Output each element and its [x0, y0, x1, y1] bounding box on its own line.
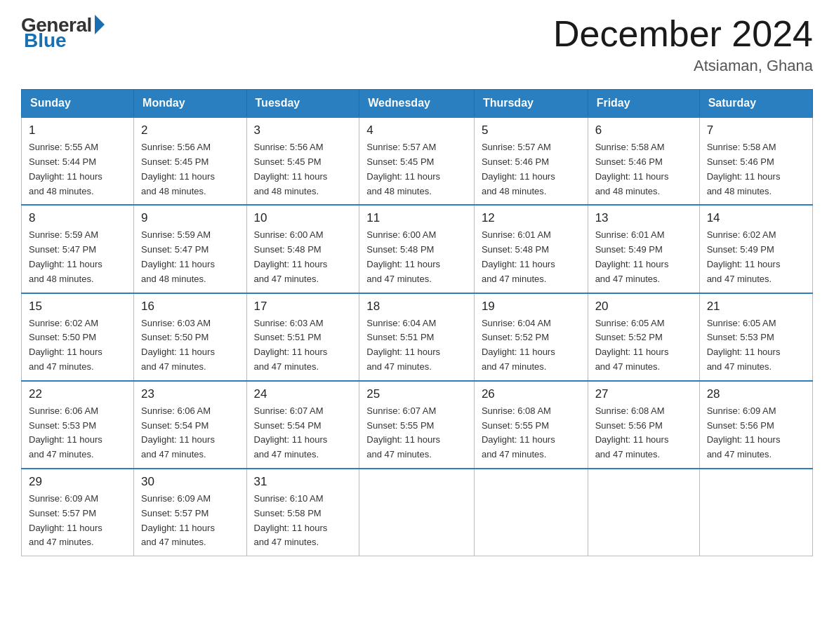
- day-info: Sunrise: 6:09 AMSunset: 5:57 PMDaylight:…: [141, 492, 239, 550]
- day-info: Sunrise: 6:07 AMSunset: 5:55 PMDaylight:…: [366, 404, 467, 462]
- day-number: 17: [254, 300, 352, 314]
- calendar-day-cell: 21 Sunrise: 6:05 AMSunset: 5:53 PMDaylig…: [699, 293, 812, 381]
- calendar-day-cell: 14 Sunrise: 6:02 AMSunset: 5:49 PMDaylig…: [699, 205, 812, 293]
- day-info: Sunrise: 6:03 AMSunset: 5:51 PMDaylight:…: [254, 316, 352, 375]
- day-info: Sunrise: 6:10 AMSunset: 5:58 PMDaylight:…: [254, 492, 352, 550]
- location-text: Atsiaman, Ghana: [553, 57, 813, 75]
- calendar-header-friday: Friday: [588, 90, 699, 118]
- calendar-day-cell: 3 Sunrise: 5:56 AMSunset: 5:45 PMDayligh…: [246, 117, 359, 205]
- calendar-day-cell: 1 Sunrise: 5:55 AMSunset: 5:44 PMDayligh…: [22, 117, 134, 205]
- calendar-day-cell: 4 Sunrise: 5:57 AMSunset: 5:45 PMDayligh…: [359, 117, 475, 205]
- day-number: 13: [595, 211, 692, 225]
- day-info: Sunrise: 6:01 AMSunset: 5:48 PMDaylight:…: [482, 228, 581, 286]
- day-number: 27: [595, 387, 692, 401]
- calendar-day-cell: 13 Sunrise: 6:01 AMSunset: 5:49 PMDaylig…: [588, 205, 699, 293]
- day-number: 7: [707, 123, 805, 137]
- calendar-week-row: 8 Sunrise: 5:59 AMSunset: 5:47 PMDayligh…: [22, 205, 813, 293]
- day-number: 31: [254, 475, 352, 489]
- calendar-day-cell: 11 Sunrise: 6:00 AMSunset: 5:48 PMDaylig…: [359, 205, 475, 293]
- day-number: 16: [141, 300, 239, 314]
- month-year-title: December 2024: [553, 14, 813, 54]
- calendar-day-cell: 10 Sunrise: 6:00 AMSunset: 5:48 PMDaylig…: [246, 205, 359, 293]
- day-number: 6: [595, 123, 692, 137]
- day-info: Sunrise: 6:03 AMSunset: 5:50 PMDaylight:…: [141, 316, 239, 375]
- day-info: Sunrise: 6:05 AMSunset: 5:53 PMDaylight:…: [707, 316, 805, 375]
- calendar-day-cell: 27 Sunrise: 6:08 AMSunset: 5:56 PMDaylig…: [588, 381, 699, 469]
- calendar-header-wednesday: Wednesday: [359, 90, 475, 118]
- day-number: 30: [141, 475, 239, 489]
- calendar-header-sunday: Sunday: [22, 90, 134, 118]
- calendar-day-cell: 31 Sunrise: 6:10 AMSunset: 5:58 PMDaylig…: [246, 469, 359, 556]
- day-info: Sunrise: 5:58 AMSunset: 5:46 PMDaylight:…: [707, 140, 805, 199]
- calendar-day-cell: 24 Sunrise: 6:07 AMSunset: 5:54 PMDaylig…: [246, 381, 359, 469]
- calendar-day-cell: [699, 469, 812, 556]
- calendar-day-cell: 17 Sunrise: 6:03 AMSunset: 5:51 PMDaylig…: [246, 293, 359, 381]
- day-info: Sunrise: 5:59 AMSunset: 5:47 PMDaylight:…: [29, 228, 126, 286]
- day-number: 20: [595, 300, 692, 314]
- logo: General Blue: [21, 14, 105, 52]
- calendar-day-cell: 30 Sunrise: 6:09 AMSunset: 5:57 PMDaylig…: [134, 469, 246, 556]
- calendar-day-cell: 6 Sunrise: 5:58 AMSunset: 5:46 PMDayligh…: [588, 117, 699, 205]
- calendar-day-cell: 15 Sunrise: 6:02 AMSunset: 5:50 PMDaylig…: [22, 293, 134, 381]
- day-info: Sunrise: 6:08 AMSunset: 5:56 PMDaylight:…: [595, 404, 692, 462]
- day-number: 24: [254, 387, 352, 401]
- day-number: 3: [254, 123, 352, 137]
- calendar-header-saturday: Saturday: [699, 90, 812, 118]
- day-info: Sunrise: 6:02 AMSunset: 5:50 PMDaylight:…: [29, 316, 126, 375]
- day-info: Sunrise: 6:01 AMSunset: 5:49 PMDaylight:…: [595, 228, 692, 286]
- calendar-day-cell: 12 Sunrise: 6:01 AMSunset: 5:48 PMDaylig…: [474, 205, 588, 293]
- calendar-day-cell: [474, 469, 588, 556]
- day-number: 4: [366, 123, 467, 137]
- calendar-week-row: 22 Sunrise: 6:06 AMSunset: 5:53 PMDaylig…: [22, 381, 813, 469]
- calendar-day-cell: 22 Sunrise: 6:06 AMSunset: 5:53 PMDaylig…: [22, 381, 134, 469]
- day-number: 21: [707, 300, 805, 314]
- day-number: 28: [707, 387, 805, 401]
- day-info: Sunrise: 5:57 AMSunset: 5:46 PMDaylight:…: [482, 140, 581, 199]
- calendar-day-cell: 9 Sunrise: 5:59 AMSunset: 5:47 PMDayligh…: [134, 205, 246, 293]
- day-number: 8: [29, 211, 126, 225]
- day-info: Sunrise: 6:06 AMSunset: 5:54 PMDaylight:…: [141, 404, 239, 462]
- day-info: Sunrise: 5:56 AMSunset: 5:45 PMDaylight:…: [141, 140, 239, 199]
- calendar-day-cell: 26 Sunrise: 6:08 AMSunset: 5:55 PMDaylig…: [474, 381, 588, 469]
- logo-line2: Blue: [21, 32, 105, 52]
- day-number: 18: [366, 300, 467, 314]
- logo-arrow-icon: [95, 15, 105, 34]
- day-number: 15: [29, 300, 126, 314]
- day-info: Sunrise: 6:00 AMSunset: 5:48 PMDaylight:…: [366, 228, 467, 286]
- day-info: Sunrise: 6:08 AMSunset: 5:55 PMDaylight:…: [482, 404, 581, 462]
- calendar-header-tuesday: Tuesday: [246, 90, 359, 118]
- day-info: Sunrise: 5:57 AMSunset: 5:45 PMDaylight:…: [366, 140, 467, 199]
- day-number: 5: [482, 123, 581, 137]
- calendar-table: SundayMondayTuesdayWednesdayThursdayFrid…: [21, 89, 813, 556]
- day-number: 29: [29, 475, 126, 489]
- day-info: Sunrise: 6:05 AMSunset: 5:52 PMDaylight:…: [595, 316, 692, 375]
- title-section: December 2024 Atsiaman, Ghana: [553, 14, 813, 75]
- calendar-week-row: 29 Sunrise: 6:09 AMSunset: 5:57 PMDaylig…: [22, 469, 813, 556]
- calendar-header-row: SundayMondayTuesdayWednesdayThursdayFrid…: [22, 90, 813, 118]
- day-number: 1: [29, 123, 126, 137]
- day-number: 10: [254, 211, 352, 225]
- calendar-day-cell: 16 Sunrise: 6:03 AMSunset: 5:50 PMDaylig…: [134, 293, 246, 381]
- day-info: Sunrise: 6:06 AMSunset: 5:53 PMDaylight:…: [29, 404, 126, 462]
- logo-blue-text: Blue: [21, 29, 67, 52]
- day-number: 14: [707, 211, 805, 225]
- day-info: Sunrise: 5:58 AMSunset: 5:46 PMDaylight:…: [595, 140, 692, 199]
- day-info: Sunrise: 6:09 AMSunset: 5:57 PMDaylight:…: [29, 492, 126, 550]
- day-number: 23: [141, 387, 239, 401]
- calendar-day-cell: 2 Sunrise: 5:56 AMSunset: 5:45 PMDayligh…: [134, 117, 246, 205]
- calendar-day-cell: 19 Sunrise: 6:04 AMSunset: 5:52 PMDaylig…: [474, 293, 588, 381]
- calendar-day-cell: 7 Sunrise: 5:58 AMSunset: 5:46 PMDayligh…: [699, 117, 812, 205]
- day-number: 2: [141, 123, 239, 137]
- calendar-week-row: 15 Sunrise: 6:02 AMSunset: 5:50 PMDaylig…: [22, 293, 813, 381]
- calendar-day-cell: [588, 469, 699, 556]
- calendar-header-thursday: Thursday: [474, 90, 588, 118]
- calendar-day-cell: 28 Sunrise: 6:09 AMSunset: 5:56 PMDaylig…: [699, 381, 812, 469]
- calendar-day-cell: 25 Sunrise: 6:07 AMSunset: 5:55 PMDaylig…: [359, 381, 475, 469]
- calendar-day-cell: 20 Sunrise: 6:05 AMSunset: 5:52 PMDaylig…: [588, 293, 699, 381]
- calendar-day-cell: [359, 469, 475, 556]
- day-number: 12: [482, 211, 581, 225]
- day-number: 25: [366, 387, 467, 401]
- calendar-day-cell: 5 Sunrise: 5:57 AMSunset: 5:46 PMDayligh…: [474, 117, 588, 205]
- calendar-day-cell: 29 Sunrise: 6:09 AMSunset: 5:57 PMDaylig…: [22, 469, 134, 556]
- day-number: 19: [482, 300, 581, 314]
